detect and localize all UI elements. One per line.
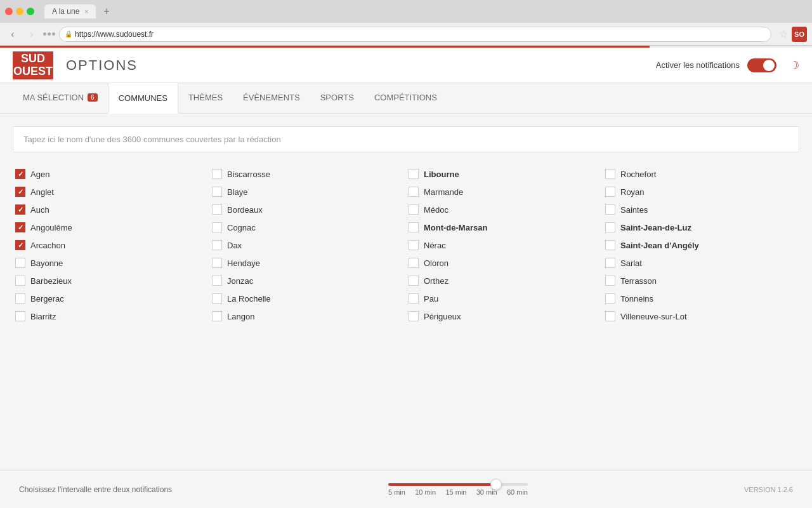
list-item[interactable]: Mont-de-Marsan: [406, 218, 603, 236]
list-item[interactable]: Arcachon: [13, 236, 209, 254]
commune-checkbox[interactable]: [409, 169, 419, 179]
maximize-btn[interactable]: [27, 8, 34, 15]
commune-search[interactable]: Tapez ici le nom d'une des 3600 communes…: [13, 126, 799, 152]
commune-checkbox[interactable]: [409, 293, 419, 304]
commune-checkbox[interactable]: [409, 204, 419, 215]
tab-communes[interactable]: COMMUNES: [108, 83, 178, 114]
slider-labels: 5 min10 min15 min30 min60 min: [388, 488, 528, 496]
commune-checkbox[interactable]: [409, 276, 419, 286]
new-tab-btn[interactable]: +: [103, 6, 109, 17]
notification-toggle[interactable]: [747, 58, 776, 72]
list-item[interactable]: Nérac: [406, 236, 603, 254]
commune-checkbox[interactable]: [212, 187, 222, 197]
list-item[interactable]: Villeneuve-sur-Lot: [603, 307, 799, 325]
address-bar[interactable]: 🔒 https://www.sudouest.fr: [59, 27, 771, 42]
moon-icon: ☽: [789, 58, 799, 72]
commune-checkbox[interactable]: [605, 293, 615, 304]
list-item[interactable]: Agen: [13, 165, 209, 183]
minimize-btn[interactable]: [16, 8, 23, 15]
commune-checkbox[interactable]: [605, 276, 615, 286]
list-item[interactable]: Bordeaux: [209, 201, 406, 218]
commune-checkbox[interactable]: [212, 204, 222, 215]
commune-checkbox[interactable]: [15, 204, 25, 215]
commune-checkbox[interactable]: [605, 222, 615, 232]
slider-label: 10 min: [415, 488, 436, 496]
commune-checkbox[interactable]: [15, 276, 25, 286]
list-item[interactable]: La Rochelle: [209, 290, 406, 307]
list-item[interactable]: Barbezieux: [13, 272, 209, 290]
tab-evenements[interactable]: ÉVÈNEMENTS: [233, 83, 310, 113]
commune-checkbox[interactable]: [212, 169, 222, 179]
tab-themes[interactable]: THÈMES: [178, 83, 233, 113]
list-item[interactable]: Rochefort: [603, 165, 799, 183]
commune-checkbox[interactable]: [409, 187, 419, 197]
tab-sports[interactable]: SPORTS: [310, 83, 364, 113]
tab-close-icon[interactable]: ×: [84, 8, 88, 15]
list-item[interactable]: Terrasson: [603, 272, 799, 290]
list-item[interactable]: Royan: [603, 183, 799, 201]
commune-checkbox[interactable]: [605, 187, 615, 197]
list-item[interactable]: Saint-Jean d'Angély: [603, 236, 799, 254]
list-item[interactable]: Jonzac: [209, 272, 406, 290]
commune-checkbox[interactable]: [15, 222, 25, 232]
list-item[interactable]: Dax: [209, 236, 406, 254]
list-item[interactable]: Pau: [406, 290, 603, 307]
list-item[interactable]: Tonneins: [603, 290, 799, 307]
commune-checkbox[interactable]: [15, 240, 25, 250]
list-item[interactable]: Médoc: [406, 201, 603, 218]
browser-tab[interactable]: A la une ×: [44, 4, 96, 18]
commune-checkbox[interactable]: [409, 240, 419, 250]
list-item[interactable]: Bayonne: [13, 254, 209, 272]
commune-checkbox[interactable]: [15, 311, 25, 321]
tab-competitions[interactable]: COMPÉTITIONS: [364, 83, 447, 113]
commune-name: Angoulême: [30, 223, 72, 232]
commune-checkbox[interactable]: [15, 258, 25, 268]
list-item[interactable]: Anglet: [13, 183, 209, 201]
list-item[interactable]: Angoulême: [13, 218, 209, 236]
commune-checkbox[interactable]: [409, 311, 419, 321]
commune-checkbox[interactable]: [605, 169, 615, 179]
list-item[interactable]: Langon: [209, 307, 406, 325]
commune-checkbox[interactable]: [409, 222, 419, 232]
list-item[interactable]: Auch: [13, 201, 209, 218]
list-item[interactable]: Biscarrosse: [209, 165, 406, 183]
commune-checkbox[interactable]: [605, 240, 615, 250]
back-btn[interactable]: ‹: [5, 27, 20, 42]
commune-checkbox[interactable]: [605, 258, 615, 268]
commune-checkbox[interactable]: [409, 258, 419, 268]
commune-checkbox[interactable]: [212, 276, 222, 286]
list-item[interactable]: Bergerac: [13, 290, 209, 307]
list-item[interactable]: Biarritz: [13, 307, 209, 325]
commune-checkbox[interactable]: [605, 204, 615, 215]
list-item[interactable]: Saintes: [603, 201, 799, 218]
commune-checkbox[interactable]: [15, 293, 25, 304]
list-item[interactable]: Marmande: [406, 183, 603, 201]
commune-name: Pau: [424, 294, 438, 304]
list-item[interactable]: Orthez: [406, 272, 603, 290]
list-item[interactable]: Libourne: [406, 165, 603, 183]
list-item[interactable]: Cognac: [209, 218, 406, 236]
commune-name: Saint-Jean-de-Luz: [620, 223, 691, 232]
commune-checkbox[interactable]: [15, 187, 25, 197]
commune-checkbox[interactable]: [212, 293, 222, 304]
commune-checkbox[interactable]: [212, 222, 222, 232]
list-item[interactable]: Hendaye: [209, 254, 406, 272]
bookmark-icon[interactable]: ☆: [779, 28, 788, 40]
list-item[interactable]: Périgueux: [406, 307, 603, 325]
commune-name: Jonzac: [227, 276, 253, 286]
commune-checkbox[interactable]: [212, 258, 222, 268]
list-item[interactable]: Saint-Jean-de-Luz: [603, 218, 799, 236]
tab-ma-selection[interactable]: MA SÉLECTION 6: [13, 83, 108, 113]
commune-checkbox[interactable]: [605, 311, 615, 321]
close-btn[interactable]: [5, 8, 13, 15]
list-item[interactable]: Oloron: [406, 254, 603, 272]
list-item[interactable]: Blaye: [209, 183, 406, 201]
forward-btn[interactable]: ›: [24, 27, 39, 42]
commune-checkbox[interactable]: [212, 240, 222, 250]
slider-thumb[interactable]: [490, 479, 502, 490]
commune-name: Bayonne: [30, 258, 63, 268]
list-item[interactable]: Sarlat: [603, 254, 799, 272]
browser-extension[interactable]: SO: [792, 27, 807, 42]
commune-checkbox[interactable]: [212, 311, 222, 321]
commune-checkbox[interactable]: [15, 169, 25, 179]
